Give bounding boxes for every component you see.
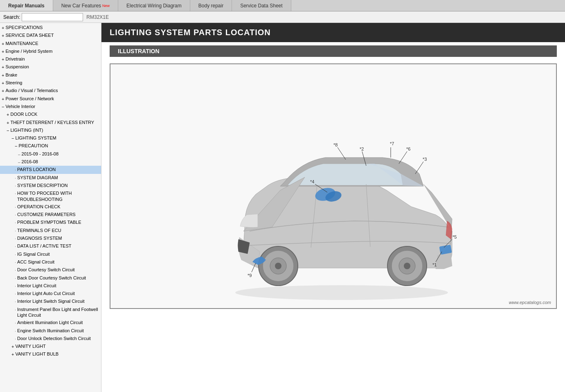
sidebar-item-diagnosis[interactable]: DIAGNOSIS SYSTEM xyxy=(0,234,101,242)
svg-text:*4: *4 xyxy=(310,179,314,184)
leaf-icon xyxy=(15,183,16,189)
svg-point-4 xyxy=(275,263,281,269)
illustration-container: *7 *6 *3 *8 *2 *4 xyxy=(110,63,557,309)
leaf-icon xyxy=(15,275,16,281)
leaf-icon xyxy=(15,307,16,313)
sidebar-item-system-desc[interactable]: SYSTEM DESCRIPTION xyxy=(0,182,101,189)
leaf-icon xyxy=(15,204,16,210)
leaf-icon xyxy=(15,175,16,181)
main-layout: SPECIFICATIONS SERVICE DATA SHEET MAINTE… xyxy=(0,23,565,392)
sidebar-section: SPECIFICATIONS SERVICE DATA SHEET MAINTE… xyxy=(0,23,101,359)
plus-icon xyxy=(2,96,4,102)
sidebar-item-theft[interactable]: THEFT DETERRENT / KEYLESS ENTRY xyxy=(0,119,101,126)
sidebar: SPECIFICATIONS SERVICE DATA SHEET MAINTE… xyxy=(0,23,101,392)
sidebar-item-back-door[interactable]: Back Door Courtesy Switch Circuit xyxy=(0,274,101,282)
search-code: RM32X1E xyxy=(86,14,109,20)
leaf-icon xyxy=(15,336,16,342)
section-header: ILLUSTRATION xyxy=(110,45,557,57)
search-bar: Search: RM32X1E xyxy=(0,11,565,23)
svg-text:*7: *7 xyxy=(390,141,394,146)
svg-text:*3: *3 xyxy=(423,157,427,162)
plus-icon xyxy=(2,56,4,62)
sidebar-item-audio[interactable]: Audio / Visual / Telematics xyxy=(0,87,101,95)
leaf-icon xyxy=(15,212,16,218)
svg-text:*5: *5 xyxy=(452,234,457,239)
leaf-icon xyxy=(15,259,16,265)
svg-text:*1: *1 xyxy=(432,262,437,267)
sidebar-item-terminals[interactable]: TERMINALS OF ECU xyxy=(0,227,101,234)
leaf-icon xyxy=(15,299,16,304)
sidebar-item-system-diagram[interactable]: SYSTEM DIAGRAM xyxy=(0,174,101,182)
plus-icon xyxy=(11,351,14,357)
leaf-icon xyxy=(15,320,16,326)
watermark: www.epcatalogs.com xyxy=(509,300,551,305)
svg-point-8 xyxy=(404,263,410,269)
plus-icon xyxy=(2,80,4,86)
sidebar-item-door-lock[interactable]: DOOR LOCK xyxy=(0,110,101,118)
search-label: Search: xyxy=(3,14,20,20)
sidebar-item-lighting-system[interactable]: LIGHTING SYSTEM xyxy=(0,134,101,142)
new-badge: New xyxy=(102,4,110,8)
sidebar-item-service-data[interactable]: SERVICE DATA SHEET xyxy=(0,32,101,39)
sidebar-item-brake[interactable]: Brake xyxy=(0,71,101,79)
sidebar-item-how-to[interactable]: HOW TO PROCEED WITH TROUBLESHOOTING xyxy=(0,189,101,203)
sidebar-item-vehicle-interior[interactable]: Vehicle Interior xyxy=(0,103,101,110)
sidebar-item-problem-symptoms[interactable]: PROBLEM SYMPTOMS TABLE xyxy=(0,219,101,226)
tab-electrical-wiring[interactable]: Electrical Wiring Diagram xyxy=(118,0,190,11)
sidebar-item-acc-signal[interactable]: ACC Signal Circuit xyxy=(0,258,101,266)
leaf-icon xyxy=(15,191,16,196)
leaf-icon xyxy=(15,228,16,234)
sidebar-item-date1[interactable]: 2015-09 - 2016-08 xyxy=(0,150,101,158)
sidebar-item-interior-light[interactable]: Interior Light Circuit xyxy=(0,282,101,290)
tab-repair-manuals[interactable]: Repair Manuals xyxy=(0,0,53,11)
sidebar-item-steering[interactable]: Steering xyxy=(0,79,101,87)
tabs-bar: Repair Manuals New Car Features New Elec… xyxy=(0,0,565,11)
minus-icon xyxy=(2,104,4,110)
sidebar-item-drivetrain[interactable]: Drivetrain xyxy=(0,55,101,63)
plus-icon xyxy=(2,49,4,54)
svg-text:*2: *2 xyxy=(360,146,364,151)
sidebar-item-engine[interactable]: Engine / Hybrid System xyxy=(0,47,101,55)
plus-icon xyxy=(2,88,4,94)
leaf-icon xyxy=(15,267,16,273)
sidebar-item-engine-switch[interactable]: Engine Switch Illumination Circuit xyxy=(0,327,101,335)
tab-new-car-features[interactable]: New Car Features New xyxy=(53,0,118,11)
sidebar-item-ig-signal[interactable]: IG Signal Circuit xyxy=(0,250,101,258)
leaf-icon xyxy=(15,252,16,257)
sidebar-item-precaution[interactable]: PRECAUTION xyxy=(0,142,101,150)
search-input[interactable] xyxy=(22,13,83,21)
sidebar-item-interior-light-switch[interactable]: Interior Light Switch Signal Circuit xyxy=(0,297,101,305)
sidebar-item-specifications[interactable]: SPECIFICATIONS xyxy=(0,24,101,32)
svg-line-17 xyxy=(399,151,407,164)
sidebar-item-customize[interactable]: CUSTOMIZE PARAMETERS xyxy=(0,211,101,219)
plus-icon xyxy=(7,120,9,126)
sidebar-item-parts-location[interactable]: PARTS LOCATION xyxy=(0,166,101,173)
svg-text:*9: *9 xyxy=(248,273,252,278)
sidebar-item-date2[interactable]: 2016-08 xyxy=(0,158,101,166)
sidebar-item-instrument-panel[interactable]: Instrument Panel Box Light and Footwell … xyxy=(0,306,101,319)
sidebar-item-ambient[interactable]: Ambient Illumination Light Circuit xyxy=(0,319,101,327)
svg-text:*6: *6 xyxy=(406,146,410,151)
tab-service-data[interactable]: Service Data Sheet xyxy=(232,0,291,11)
car-illustration: *7 *6 *3 *8 *2 *4 xyxy=(190,68,477,305)
sidebar-item-vanity-light[interactable]: VANITY LIGHT xyxy=(0,342,101,350)
tab-body-repair[interactable]: Body repair xyxy=(190,0,232,11)
sidebar-item-door-unlock[interactable]: Door Unlock Detection Switch Circuit xyxy=(0,335,101,342)
sidebar-item-interior-light-auto[interactable]: Interior Light Auto Cut Circuit xyxy=(0,290,101,297)
sidebar-item-suspension[interactable]: Suspension xyxy=(0,63,101,71)
leaf-icon xyxy=(15,243,16,249)
sidebar-item-power-source[interactable]: Power Source / Network xyxy=(0,95,101,103)
sidebar-item-lighting-int[interactable]: LIGHTING (INT) xyxy=(0,126,101,134)
sidebar-item-door-courtesy[interactable]: Door Courtesy Switch Circuit xyxy=(0,266,101,274)
sidebar-item-maintenance[interactable]: MAINTENANCE xyxy=(0,40,101,47)
sidebar-item-op-check[interactable]: OPERATION CHECK xyxy=(0,203,101,211)
minus-icon xyxy=(15,143,17,149)
leaf-icon xyxy=(15,236,16,241)
svg-text:*8: *8 xyxy=(333,142,338,147)
plus-icon xyxy=(2,64,4,70)
leaf-icon xyxy=(15,328,16,334)
plus-icon xyxy=(2,41,4,47)
sidebar-item-vanity-light-bulb[interactable]: VANITY LIGHT BULB xyxy=(0,350,101,358)
dash-icon xyxy=(18,151,20,157)
sidebar-item-data-list[interactable]: DATA LIST / ACTIVE TEST xyxy=(0,242,101,250)
